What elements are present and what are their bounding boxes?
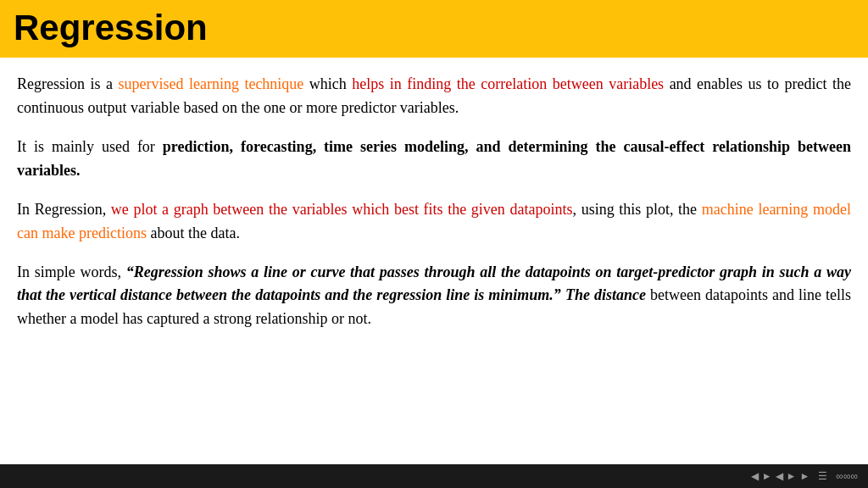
paragraph-4: In simple words, “Regression shows a lin…: [17, 261, 851, 332]
p3-text3: about the data.: [147, 225, 240, 241]
nav-icon-1[interactable]: ◀: [751, 470, 759, 482]
p1-highlight-orange: supervised learning technique: [118, 75, 303, 92]
paragraph-3: In Regression, we plot a graph between t…: [17, 198, 851, 246]
p1-text2: which: [303, 75, 352, 92]
p1-text1: Regression is a: [17, 75, 118, 92]
p1-highlight-red: helps in finding the correlation between…: [352, 75, 664, 92]
main-content: Regression is a supervised learning tech…: [0, 58, 868, 355]
paragraph-1: Regression is a supervised learning tech…: [17, 73, 851, 120]
footer-controls: ◀ ► ◀ ► ► ☰ ∞∞∞: [751, 470, 858, 482]
nav-omega: ∞∞∞: [836, 470, 858, 482]
p3-text1: In Regression,: [17, 201, 111, 218]
nav-icon-2: ►: [762, 470, 772, 482]
paragraph-2: It is mainly used for prediction, foreca…: [17, 136, 851, 183]
header: Regression: [0, 0, 868, 58]
page-title: Regression: [14, 8, 854, 47]
nav-icon-5: ►: [799, 470, 810, 482]
nav-icon-4: ►: [787, 470, 797, 482]
p3-highlight-red: we plot a graph between the variables wh…: [111, 201, 573, 218]
nav-icon-3: ◀: [776, 470, 783, 482]
nav-separator: ☰: [818, 470, 827, 482]
p3-text2: , using this plot, the: [572, 201, 701, 218]
footer-bar: ◀ ► ◀ ► ► ☰ ∞∞∞: [0, 464, 868, 488]
p4-text1: In simple words,: [17, 263, 126, 280]
p2-text1: It is mainly used for: [17, 138, 163, 155]
